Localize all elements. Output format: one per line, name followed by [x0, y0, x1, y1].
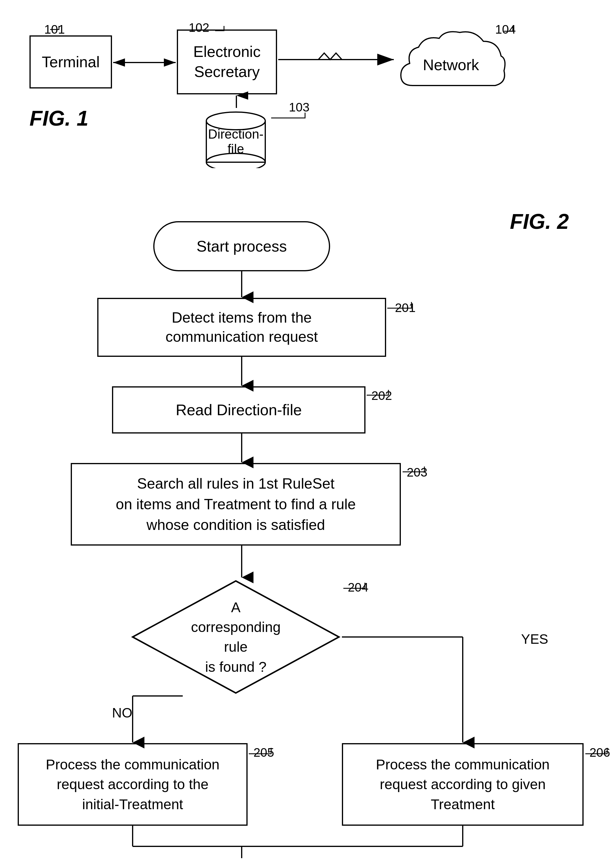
fig1-diagram: 101 102 103 104 Terminal Electronic Secr… [12, 12, 604, 177]
ref-201: 201 [395, 301, 416, 315]
electronic-secretary-label: Electronic Secretary [193, 42, 261, 82]
yes-label: YES [521, 631, 548, 647]
fig2-diagram: FIG. 2 [0, 192, 616, 858]
fig2-label: FIG. 2 [510, 209, 569, 234]
direction-file-label: Direction-file [200, 127, 271, 156]
network-label: Network [423, 56, 479, 74]
terminal-label: Terminal [42, 53, 100, 71]
search-rules-box: Search all rules in 1st RuleSet on items… [71, 463, 401, 546]
ref-204: 204 [348, 581, 368, 595]
read-direction-box: Read Direction-file [112, 386, 366, 433]
ref-206: 206 [589, 746, 610, 760]
diamond-text: A corresponding rule is found ? [180, 598, 292, 677]
process-given-label: Process the communication request accord… [376, 755, 550, 814]
no-label: NO [112, 705, 132, 721]
electronic-secretary-box: Electronic Secretary [177, 30, 277, 94]
ref-203: 203 [407, 465, 427, 480]
decision-diamond: A corresponding rule is found ? [130, 578, 342, 696]
start-process-box: Start process [153, 221, 330, 271]
search-rules-label: Search all rules in 1st RuleSet on items… [116, 473, 356, 535]
network-cloud: Network [395, 27, 507, 103]
detect-items-label: Detect items from the communication requ… [166, 308, 318, 346]
direction-file-cylinder: Direction-file [200, 109, 271, 168]
detect-items-box: Detect items from the communication requ… [97, 298, 386, 357]
fig1-label: FIG. 1 [30, 106, 88, 131]
process-initial-box: Process the communication request accord… [18, 743, 248, 826]
ref-202: 202 [371, 389, 392, 403]
process-initial-label: Process the communication request accord… [46, 755, 220, 814]
terminal-box: Terminal [30, 35, 112, 88]
start-process-label: Start process [196, 238, 287, 255]
read-direction-label: Read Direction-file [176, 401, 302, 419]
process-given-box: Process the communication request accord… [342, 743, 584, 826]
ref-205: 205 [253, 746, 274, 760]
